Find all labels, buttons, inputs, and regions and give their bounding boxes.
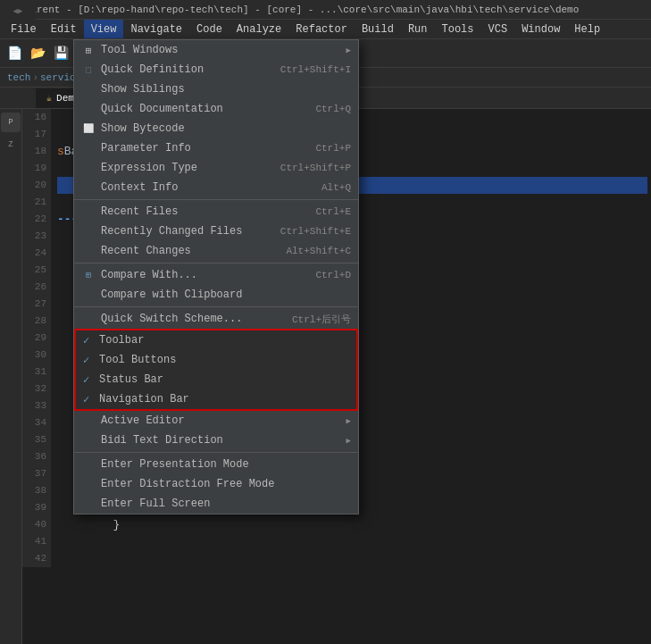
menu-refactor[interactable]: Refactor [288, 20, 355, 38]
tool-buttons-check: ✓ [83, 354, 94, 367]
structure-panel-icon[interactable]: Z [2, 136, 20, 154]
code-line-40: } [57, 516, 647, 533]
java-file-icon: ☕ [46, 93, 52, 104]
recent-changes-label: Recent Changes [101, 245, 191, 257]
menu-item-compare-with[interactable]: ⊞ Compare With... Ctrl+D [74, 265, 358, 285]
line-numbers: 16 17 18 19 20 21 22 23 24 25 26 27 28 2… [22, 109, 51, 567]
toolbar-check: ✓ [83, 334, 94, 347]
quick-definition-shortcut: Ctrl+Shift+I [280, 64, 351, 75]
menu-item-presentation-mode[interactable]: Enter Presentation Mode [74, 455, 358, 474]
compare-with-shortcut: Ctrl+D [315, 270, 351, 280]
menu-item-tool-buttons[interactable]: ✓ Tool Buttons [76, 350, 356, 370]
recent-files-label: Recent Files [101, 205, 178, 218]
menu-tools[interactable]: Tools [435, 20, 481, 38]
quick-def-icon: ⬚ [81, 63, 96, 77]
empty-icon-4 [81, 161, 96, 175]
menu-item-tool-windows[interactable]: ⊞ Tool Windows [74, 40, 358, 60]
menu-item-status-bar[interactable]: ✓ Status Bar [76, 370, 356, 389]
full-screen-label: Enter Full Screen [101, 498, 210, 510]
menu-vcs[interactable]: VCS [481, 20, 515, 38]
menu-file[interactable]: File [4, 20, 44, 38]
menu-item-quick-documentation[interactable]: Quick Documentation Ctrl+Q [74, 99, 358, 119]
code-line-41 [57, 533, 647, 550]
nav-tech[interactable]: tech [7, 72, 30, 83]
new-file-btn[interactable]: 📄 [4, 43, 25, 64]
menu-item-recent-files[interactable]: Recent Files Ctrl+E [74, 202, 358, 222]
menu-run[interactable]: Run [401, 20, 435, 38]
menu-code[interactable]: Code [189, 20, 230, 38]
context-info-label: Context Info [101, 181, 178, 194]
menu-item-recently-changed[interactable]: Recently Changed Files Ctrl+Shift+E [74, 222, 358, 241]
compare-clipboard-label: Compare with Clipboard [101, 289, 242, 301]
presentation-mode-label: Enter Presentation Mode [101, 458, 249, 471]
tool-buttons-label: Tool Buttons [99, 354, 176, 366]
empty-icon-8 [81, 244, 96, 258]
bytecode-icon: ⬜ [81, 121, 96, 136]
empty-icon-9 [81, 288, 96, 302]
menu-edit[interactable]: Edit [44, 20, 84, 38]
view-menu-dropdown[interactable]: ⊞ Tool Windows ⬚ Quick Definition Ctrl+S… [73, 39, 359, 514]
menu-navigate[interactable]: Navigate [123, 20, 189, 38]
empty-icon-6 [81, 205, 96, 219]
toolbar-label: Toolbar [99, 334, 144, 347]
menu-bar: File Edit View Navigate Code Analyze Ref… [0, 20, 651, 39]
save-btn[interactable]: 💾 [50, 43, 71, 64]
menu-window[interactable]: Window [514, 20, 567, 38]
navigation-bar-label: Navigation Bar [99, 393, 189, 406]
show-bytecode-label: Show Bytecode [101, 122, 185, 135]
menu-analyze[interactable]: Analyze [230, 20, 288, 38]
menu-item-context-info[interactable]: Context Info Alt+Q [74, 178, 358, 197]
menu-item-show-siblings[interactable]: Show Siblings [74, 79, 358, 99]
menu-item-toolbar[interactable]: ✓ Toolbar [76, 330, 356, 350]
menu-item-bidi-text[interactable]: Bidi Text Direction [74, 431, 358, 450]
sep-2 [74, 263, 358, 263]
compare-with-label: Compare With... [101, 269, 197, 281]
navigation-bar-check: ✓ [83, 393, 94, 406]
recent-files-shortcut: Ctrl+E [315, 206, 351, 217]
menu-item-active-editor[interactable]: Active Editor [74, 411, 358, 431]
expression-type-label: Expression Type [101, 162, 197, 174]
left-sidebar: P Z [0, 109, 22, 644]
menu-help[interactable]: Help [567, 20, 607, 38]
recent-changes-shortcut: Alt+Shift+C [286, 246, 351, 256]
tool-windows-icon: ⊞ [81, 43, 96, 57]
menu-item-show-bytecode[interactable]: ⬜ Show Bytecode [74, 119, 358, 138]
menu-item-distraction-free[interactable]: Enter Distraction Free Mode [74, 474, 358, 494]
parameter-info-shortcut: Ctrl+P [315, 143, 351, 154]
menu-item-quick-switch[interactable]: Quick Switch Scheme... Ctrl+后引号 [74, 309, 358, 329]
expression-type-shortcut: Ctrl+Shift+P [280, 163, 351, 173]
active-editor-label: Active Editor [101, 414, 185, 427]
empty-icon-5 [81, 180, 96, 195]
context-info-shortcut: Alt+Q [321, 182, 351, 193]
project-panel-icon[interactable]: P [1, 113, 21, 132]
quick-switch-label: Quick Switch Scheme... [101, 313, 242, 325]
status-bar-label: Status Bar [99, 373, 163, 386]
checked-items-group: ✓ Toolbar ✓ Tool Buttons ✓ Status Bar ✓ [74, 329, 358, 411]
menu-item-quick-definition[interactable]: ⬚ Quick Definition Ctrl+Shift+I [74, 60, 358, 79]
recently-changed-label: Recently Changed Files [101, 225, 242, 238]
empty-icon-2 [81, 102, 96, 116]
distraction-free-label: Enter Distraction Free Mode [101, 478, 274, 490]
empty-icon-3 [81, 141, 96, 155]
open-btn[interactable]: 📂 [27, 43, 48, 64]
menu-view[interactable]: View [84, 20, 124, 38]
menu-item-expression-type[interactable]: Expression Type Ctrl+Shift+P [74, 158, 358, 178]
nav-sep-1: › [32, 72, 38, 83]
tab-scroll-icon: ◀▶ [13, 6, 23, 16]
quick-documentation-shortcut: Ctrl+Q [315, 104, 351, 114]
empty-icon-11 [81, 414, 96, 428]
compare-icon: ⊞ [81, 268, 96, 282]
empty-icon-13 [81, 457, 96, 472]
menu-build[interactable]: Build [355, 20, 401, 38]
bidi-text-label: Bidi Text Direction [101, 434, 223, 447]
recently-changed-shortcut: Ctrl+Shift+E [280, 226, 351, 237]
menu-item-full-screen[interactable]: Enter Full Screen [74, 494, 358, 514]
tab-left-controls: ◀▶ [0, 0, 36, 21]
menu-item-compare-clipboard[interactable]: Compare with Clipboard [74, 285, 358, 305]
status-bar-check: ✓ [83, 373, 94, 387]
empty-icon-12 [81, 433, 96, 447]
menu-item-navigation-bar[interactable]: ✓ Navigation Bar [76, 389, 356, 409]
menu-item-recent-changes[interactable]: Recent Changes Alt+Shift+C [74, 241, 358, 261]
title-text: HbiParent - [D:\repo-hand\repo-tech\tech… [7, 4, 579, 15]
menu-item-parameter-info[interactable]: Parameter Info Ctrl+P [74, 138, 358, 158]
